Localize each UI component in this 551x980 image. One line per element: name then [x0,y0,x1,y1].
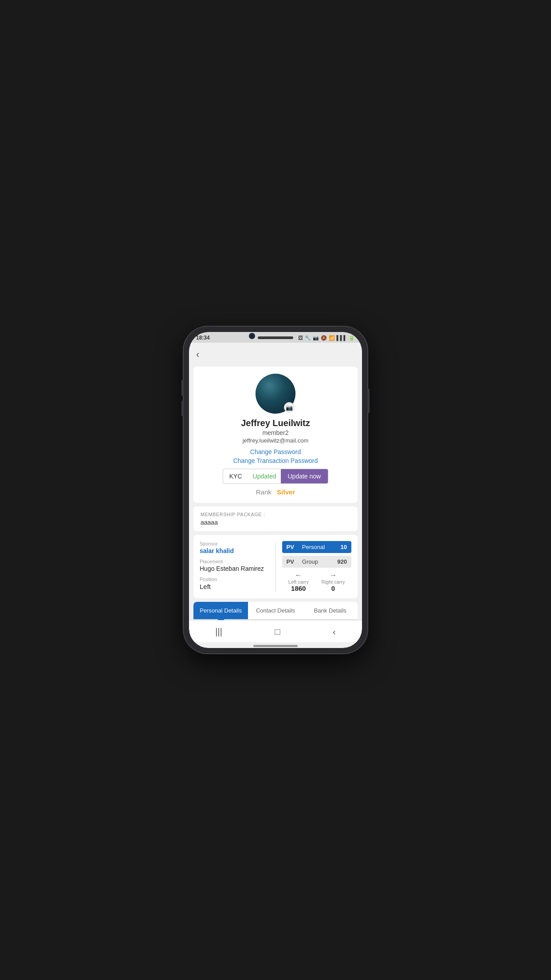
home-indicator [189,642,362,648]
pv-type-2: Group [299,556,333,568]
pv-group-row: PV Group 920 [282,556,352,568]
wifi-icon: 📶 [329,335,335,341]
user-name: Jeffrey Lueilwitz [201,418,350,428]
position-value: Left [200,583,269,590]
placement-label: Placement [200,559,269,564]
right-carry-value: 0 [321,585,345,592]
position-label: Position [200,577,269,582]
right-carry-label: Right carry [321,579,345,585]
status-time: 18:34 [196,335,210,341]
bottom-nav: ||| □ ‹ [189,620,362,642]
status-icons: 🖼 🔧 📷 🔕 📶 ▌▌▌ 🔋 [298,335,355,341]
signal-icon: ▌▌▌ [337,335,347,340]
rank-label: Rank [256,488,272,496]
change-txn-password-link[interactable]: Change Transaction Password [201,457,350,464]
mute-icon: 🔕 [321,335,327,341]
right-carry-item: → Right carry 0 [321,571,345,592]
pv-personal-row: PV Personal 10 [282,541,352,553]
home-bar [253,645,298,647]
tabs-row: Personal Details Contact Details Bank De… [193,602,358,620]
info-section: Sponsor salar khalid Placement Hugo Este… [193,535,358,598]
user-role: member2 [201,429,350,436]
vertical-divider [276,541,276,592]
pv-tag-2: PV [282,556,299,568]
change-password-link[interactable]: Change Password [201,448,350,455]
pv-num-2: 920 [333,556,351,568]
pv-block: PV Personal 10 PV Group 920 ← L [282,541,352,592]
left-carry-label: Left carry [288,579,309,585]
camera-badge[interactable]: 📷 [284,402,295,413]
membership-value: aaaaa [201,519,350,526]
sponsor-label: Sponsor [200,541,269,546]
pv-num-1: 10 [336,541,351,553]
carry-row: ← Left carry 1860 → Right carry 0 [282,571,352,592]
sponsor-block: Sponsor salar khalid Placement Hugo Este… [200,541,269,592]
kyc-label: KYC [223,469,248,483]
left-carry-item: ← Left carry 1860 [288,571,309,592]
membership-section: MEMBERSHIP PACKAGE : aaaaa [193,506,358,531]
top-nav: ‹ [189,343,362,365]
placement-name: Hugo Esteban Ramirez [200,565,269,572]
left-carry-value: 1860 [288,585,309,592]
profile-section: 📷 Jeffrey Lueilwitz member2 jeffrey.luei… [193,367,358,503]
menu-button[interactable]: ||| [206,625,231,639]
tab-personal-details[interactable]: Personal Details [193,602,248,619]
camera-status-icon: 📷 [313,335,319,341]
left-carry-arrow: ← [288,571,309,579]
pv-tag-1: PV [282,541,299,553]
right-carry-arrow: → [321,571,345,579]
screen-content: ‹ 📷 Jeffrey Lueilwitz member2 jeffrey.lu… [189,343,362,620]
membership-label: MEMBERSHIP PACKAGE : [201,512,350,517]
pv-type-1: Personal [299,541,336,553]
tab-bank-details[interactable]: Bank Details [303,602,358,619]
rank-value: Silver [277,488,295,496]
rank-row: Rank Silver [201,488,350,496]
user-email: jeffrey.lueilwitz@mail.com [201,437,350,444]
back-nav-button[interactable]: ‹ [324,625,345,639]
tab-contact-details[interactable]: Contact Details [248,602,303,619]
kyc-update-button[interactable]: Update now [281,469,328,483]
photo-icon: 🖼 [298,335,303,340]
sponsor-name: salar khalid [200,547,269,554]
back-button[interactable]: ‹ [196,347,203,362]
battery-icon: 🔋 [349,335,355,341]
kyc-row: KYC Updated Update now [223,469,328,484]
kyc-status: Updated [248,469,281,483]
home-button[interactable]: □ [266,625,289,639]
avatar-container: 📷 [256,374,295,414]
tools-icon: 🔧 [305,335,311,341]
